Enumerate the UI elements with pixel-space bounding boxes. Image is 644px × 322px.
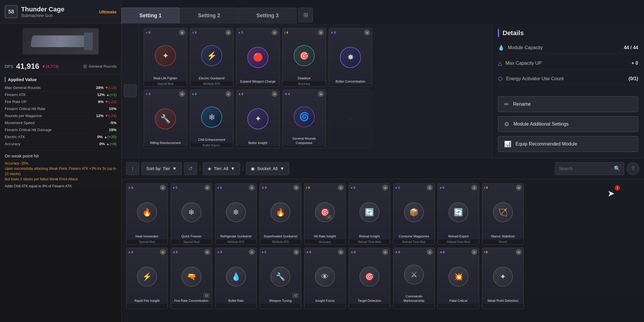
refresh-button[interactable]: ↺ [184,162,197,175]
sort-by-tier-button[interactable]: Sort by: Tier ▼ [141,162,182,175]
module-icon: 🏹 [493,202,513,222]
module-icon: 🔴 [247,47,268,68]
list-item[interactable]: ∧ 5 ⊕ 🔫 Fire Rate Concentration x2 [171,248,212,309]
module-capacity-label: Module Capacity [508,45,624,50]
module-name: Better Concentration [334,78,367,85]
stat-delta: ▼(-13) [105,85,117,90]
tab-setting3[interactable]: Setting 3 [239,8,297,23]
socket-filter-button[interactable]: ◉ Socket: All ▼ [246,162,289,175]
socket-icon: ⊕ [471,185,477,191]
module-deadeye[interactable]: / 4 ⊕ 🎯 Deadeye Accuracy [282,28,326,87]
tab-add-icon[interactable]: ⊞ [298,8,313,22]
card-top: ∧ 5 ⊕ [171,248,212,256]
module-electric-gunbarrel[interactable]: ≡ 6 ⊕ ⚡ Electric Gunbarrel Attribute ATK [190,28,233,87]
list-item[interactable]: / 4 ⊕ 🎯 x3 Hit Rate Insight Accuracy [304,183,346,245]
socket-icon: ⊕ [338,185,344,191]
list-item[interactable]: ∧ 5 ⊕ 💧 Bullet Rain [215,248,257,309]
module-general-rounds-compulsive[interactable]: ✕ 4 ⊕ 🌀 General Rounds Compulsive [282,90,326,148]
module-real-life-fighter[interactable]: ≡ 6 ⊕ ✦ Real-Life Fighter Special Mod [144,28,187,87]
card-top: / 4 ⊕ [482,184,523,192]
x2-badge: x2 [292,293,299,298]
module-category [126,304,167,309]
max-capacity-icon: △ [498,60,502,66]
energy-row: ⬡ Energy Activator Use Count (0/1) [498,73,638,85]
weapon-rarity: Ultimate [99,9,117,14]
tier-badge: ∧ 5 [128,249,133,255]
list-item[interactable]: ● 5 ⊕ 📦 Consume Magazines Reload Time Mo… [393,183,435,245]
max-capacity-value: + 0 [631,61,638,66]
module-icon: ✸ [340,47,361,68]
search-box[interactable]: 🔍 [555,162,624,175]
list-item[interactable]: ∧ 6 ⊕ 💥 Fatal Critical [438,248,479,309]
module-category [144,146,187,148]
list-item[interactable]: ∧ 6 ⊕ 🔥 Superheated Gunbarrel Attribute … [260,183,301,245]
tier-badge: ● 3 [238,31,243,34]
list-item[interactable]: ● 6 ⊕ ❄ Refrigerate Gunbarrel Attribute … [215,183,257,245]
module-name: Rifling Reinforcement [148,140,182,146]
tier-badge: ∧ 5 [128,185,133,191]
module-chill-enhancement[interactable]: ● 6 ⊕ ❄ Chill Enhancement Bullet Improv. [190,90,233,148]
stat-value: 8% ▼(-22) [98,100,117,104]
rename-button[interactable]: ✏ Rename [498,96,638,112]
module-icon: 📦 [404,202,424,222]
list-item[interactable]: ● 5 ⊕ ❄ Quick Freezer Special Mod [171,183,212,245]
card-top: ● 5 ⊕ [438,184,479,192]
module-expand-weapon-charge[interactable]: ● 3 ⊕ 🔴 Expand Weapon Charge [236,28,280,87]
tab-setting2[interactable]: Setting 2 [180,8,238,23]
list-item[interactable]: ∧ 6 ⊕ 👁 Insight Focus [304,248,346,309]
module-icon: ✦ [247,108,268,129]
empty-slot-1[interactable] [124,84,137,97]
card-top: ∧ 5 ⊕ [215,248,256,256]
x2-badge: x2 [203,293,210,298]
additional-settings-button[interactable]: ⚙ Module Additional Settings [498,116,638,132]
list-item[interactable]: / 6 ⊕ ✦ Weak Point Detection [482,248,524,309]
card-top: ∧ 6 ⊕ [393,248,434,256]
socket-icon: ⊕ [364,30,370,35]
list-item[interactable]: ∧ 6 ⊕ ⚔ Commando Marksmanship [393,248,435,309]
tier-badge: ● 5 [173,185,177,191]
stat-name: Firearm ATK [5,93,26,97]
list-item[interactable]: ● 5 ⊕ 🔄 Reload Insight Reload Time Mod [349,183,390,245]
stat-row: Firearm Critical Hit Damage 19% [5,126,117,133]
recommend-button[interactable]: 📊 Equip Recommended Module [498,136,638,152]
icon-area: 👁 [315,256,335,297]
ammo-type: ⊞ General Rounds [83,64,117,69]
list-item[interactable]: / 4 ⊕ 🏹 Stance Stabilizer Recoil [482,183,524,245]
stat-value: 12% ▲(+1) [97,93,117,97]
module-name: Weapon Tuning [268,297,294,304]
list-item[interactable]: ● 5 ⊕ 🔄 Reload Expert Reload Time Mod [438,183,479,245]
applied-value-title: Applied Value [5,77,117,82]
list-item[interactable]: ● 5 ⊕ 🔧 Weapon Tuning x2 [260,248,301,309]
card-top: / 6 ⊕ [482,248,523,256]
module-empty-slot[interactable]: + [329,90,372,148]
module-name: General Rounds Compulsive [283,135,326,146]
socket-icon: ⊕ [272,30,278,35]
module-category [171,304,212,309]
module-icon: ✦ [493,267,513,287]
tabs-row: Setting 1 Setting 2 Setting 3 ⊞ [121,0,644,23]
tier-badge: ≡ 6 [146,31,150,34]
help-icon[interactable]: ? [626,162,639,175]
tier-filter-button[interactable]: ◈ Tier: All ▼ [203,162,240,175]
search-input[interactable] [559,166,612,171]
module-better-insight[interactable]: ∧ 6 ⊕ ✦ Better Insight [236,90,280,148]
stat-name: Accuracy [5,142,20,146]
list-item[interactable]: ∧ 5 ⊕ ⚡ Rapid Fire Insight [126,248,168,309]
module-capacity-value: 44 / 44 [624,45,638,50]
stat-name: Max General Rounds [5,85,41,90]
module-better-concentration[interactable]: ∧ 6 ⊕ ✸ Better Concentration [329,28,372,87]
list-item[interactable]: ∧ 5 ⊕ 🔥 Heat Incinerator Special Mod [126,183,168,245]
stat-value: -5% [110,121,117,125]
socket-icon: ⊕ [516,185,522,191]
stat-row: Fire Rate UP 8% ▼(-22) [5,98,117,105]
adds-chill-text: Adds Chill ATK equal to 8% of Firearm AT… [5,184,117,188]
tab-setting1[interactable]: Setting 1 [121,8,179,23]
stat-value: 28% ▼(-13) [96,85,117,90]
module-rifling-reinforcement[interactable]: ≡ 3 ⊕ 🔧 Rifling Reinforcement [144,90,187,148]
list-item[interactable]: ∧ 6 ⊕ 🎯 Target Detection [349,248,390,309]
sort-icon[interactable]: ↕ [126,162,139,175]
socket-icon: ⊕ [318,91,324,97]
search-icon[interactable]: 🔍 [614,165,620,172]
module-category [304,304,345,309]
module-icon: 🔫 [181,267,201,287]
